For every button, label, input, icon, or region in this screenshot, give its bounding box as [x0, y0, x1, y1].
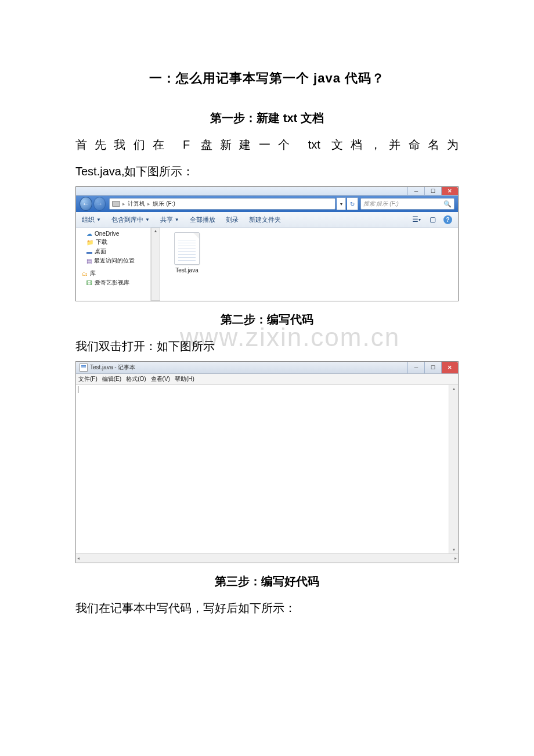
vertical-scrollbar[interactable]: ▴ ▾ [449, 385, 458, 553]
menu-help[interactable]: 帮助(H) [175, 375, 194, 383]
back-button[interactable]: ← [80, 197, 92, 211]
preview-pane-icon[interactable]: ▢ [427, 215, 438, 224]
text-file-icon [174, 232, 200, 265]
notepad-textarea[interactable] [76, 385, 449, 553]
desktop-icon: ▬ [86, 249, 92, 255]
breadcrumb-item-drive[interactable]: 娱乐 (F:) [153, 200, 175, 208]
notepad-body: ▴ ▾ [76, 385, 458, 553]
explorer-toolbar: 组织▼ 包含到库中▼ 共享▼ 全部播放 刻录 新建文件夹 ☰▾ ▢ ? [76, 212, 458, 228]
toolbar-play-all[interactable]: 全部播放 [190, 215, 215, 224]
breadcrumb-dropdown[interactable]: ▾ [337, 197, 345, 210]
maximize-button[interactable]: ☐ [424, 187, 441, 195]
text-cursor-icon [78, 386, 78, 393]
explorer-navbar: ← → ▸ 计算机 ▸ 娱乐 (F:) ▾ ↻ 搜索 娱乐 (F:) 🔍 [76, 196, 458, 212]
toolbar-include[interactable]: 包含到库中▼ [111, 215, 150, 224]
notepad-menubar: 文件(F) 编辑(E) 格式(O) 查看(V) 帮助(H) [76, 374, 458, 385]
scroll-left-icon: ◂ [77, 556, 80, 561]
recent-icon: ▤ [86, 258, 92, 264]
step3-heading: 第三步：编写好代码 [75, 574, 459, 589]
notepad-titlebar: Test.java - 记事本 ─ ☐ ✕ [76, 362, 458, 374]
minimize-button[interactable]: ─ [407, 187, 424, 195]
file-tile-testjava[interactable]: Test.java [166, 232, 208, 273]
sidebar-item-iqiyi[interactable]: 🎞爱奇艺影视库 [76, 278, 150, 287]
breadcrumb-item-computer[interactable]: 计算机 [128, 200, 145, 208]
help-icon[interactable]: ? [443, 215, 452, 224]
file-name: Test.java [166, 267, 208, 273]
toolbar-burn[interactable]: 刻录 [226, 215, 239, 224]
sidebar-scrollbar[interactable]: ▴ [151, 228, 160, 301]
minimize-button[interactable]: ─ [407, 362, 424, 373]
chevron-right-icon: ▸ [147, 201, 150, 207]
horizontal-scrollbar[interactable]: ◂ ▸ [76, 553, 458, 563]
breadcrumb[interactable]: ▸ 计算机 ▸ 娱乐 (F:) [109, 198, 335, 210]
search-icon: 🔍 [443, 200, 452, 208]
video-library-icon: 🎞 [86, 280, 92, 286]
toolbar-new-folder[interactable]: 新建文件夹 [249, 215, 281, 224]
sidebar-item-downloads[interactable]: 📁下载 [76, 237, 150, 247]
folder-icon: 📁 [86, 239, 93, 246]
toolbar-organize[interactable]: 组织▼ [82, 215, 101, 224]
drive-icon [112, 201, 120, 207]
close-button[interactable]: ✕ [441, 187, 458, 195]
scroll-right-icon: ▸ [454, 556, 457, 561]
refresh-button[interactable]: ↻ [347, 197, 358, 210]
sidebar-item-onedrive[interactable]: ☁OneDrive [76, 230, 150, 237]
sidebar-item-libraries[interactable]: 🗂库 [76, 269, 150, 278]
step2-text: 我们双击打开：如下图所示 [75, 334, 459, 358]
menu-edit[interactable]: 编辑(E) [102, 375, 121, 383]
menu-view[interactable]: 查看(V) [151, 375, 170, 383]
explorer-body: ☁OneDrive 📁下载 ▬桌面 ▤最近访问的位置 🗂库 🎞爱奇艺影视库 ▴ … [76, 228, 458, 301]
main-title: 一：怎么用记事本写第一个 java 代码？ [75, 70, 459, 87]
notepad-title: Test.java - 记事本 [90, 363, 135, 372]
menu-file[interactable]: 文件(F) [78, 375, 98, 383]
scroll-up-icon: ▴ [453, 386, 455, 391]
view-options-icon[interactable]: ☰▾ [411, 215, 421, 224]
document-page: 一：怎么用记事本写第一个 java 代码？ 第一步：新建 txt 文档 首先我们… [0, 0, 534, 669]
toolbar-share[interactable]: 共享▼ [160, 215, 179, 224]
explorer-titlebar: ─ ☐ ✕ [76, 187, 458, 196]
library-icon: 🗂 [82, 271, 88, 277]
notepad-window: Test.java - 记事本 ─ ☐ ✕ 文件(F) 编辑(E) 格式(O) … [75, 361, 459, 563]
chevron-right-icon: ▸ [122, 201, 125, 207]
sidebar-item-recent[interactable]: ▤最近访问的位置 [76, 256, 150, 265]
step1-heading: 第一步：新建 txt 文档 [75, 110, 459, 126]
search-placeholder: 搜索 娱乐 (F:) [363, 200, 399, 208]
step3-text: 我们在记事本中写代码，写好后如下所示： [75, 596, 459, 620]
scroll-down-icon: ▾ [453, 547, 455, 552]
sidebar-item-desktop[interactable]: ▬桌面 [76, 247, 150, 256]
notepad-app-icon [80, 363, 88, 372]
window-buttons: ─ ☐ ✕ [407, 187, 458, 195]
explorer-sidebar: ☁OneDrive 📁下载 ▬桌面 ▤最近访问的位置 🗂库 🎞爱奇艺影视库 [76, 228, 151, 301]
explorer-window: ─ ☐ ✕ ← → ▸ 计算机 ▸ 娱乐 (F:) ▾ ↻ 搜索 娱乐 (F:)… [75, 186, 459, 301]
maximize-button[interactable]: ☐ [424, 362, 441, 373]
close-button[interactable]: ✕ [441, 362, 458, 373]
menu-format[interactable]: 格式(O) [126, 375, 146, 383]
cloud-icon: ☁ [86, 231, 92, 237]
search-input[interactable]: 搜索 娱乐 (F:) 🔍 [360, 198, 454, 210]
step1-text-line2: Test.java,如下图所示： [75, 160, 459, 183]
explorer-content: Test.java [160, 228, 458, 301]
forward-button[interactable]: → [93, 197, 106, 211]
step1-text-line1: 首先我们在 F 盘新建一个 txt 文档，并命名为 [75, 133, 459, 156]
